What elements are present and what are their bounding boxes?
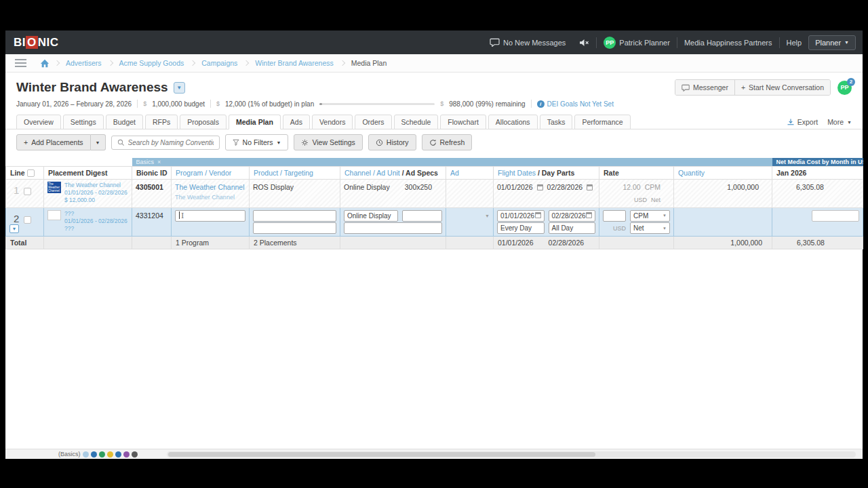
tab-flowchart[interactable]: Flowchart [440,115,486,129]
breadcrumb-campaign[interactable]: Winter Brand Awareness [251,59,337,67]
view-dot-7[interactable] [132,451,138,458]
rate-basis-dropdown[interactable]: Net▼ [630,222,670,234]
role-selector[interactable]: Planner ▼ [808,35,856,50]
program-vendor-cell[interactable]: I [172,207,250,236]
presence-avatar[interactable]: PP 2 [837,81,852,95]
tab-settings[interactable]: Settings [63,115,104,129]
tab-budget[interactable]: Budget [106,115,143,129]
view-dot-5[interactable] [115,451,121,458]
filters-button[interactable]: No Filters ▼ [225,134,289,150]
messenger-button[interactable]: Messenger [675,80,734,95]
add-placements-button[interactable]: + Add Placements [16,134,91,150]
calendar-icon[interactable] [535,212,541,218]
ad-specs-input[interactable] [344,222,442,234]
rate-cell[interactable]: CPM▼ USD Net▼ [599,207,674,236]
targeting-input[interactable] [253,222,336,234]
rate-value-input[interactable] [603,210,626,222]
tab-allocations[interactable]: Allocations [488,115,538,129]
breadcrumb-campaigns[interactable]: Campaigns [197,59,241,67]
help-link[interactable]: Help [780,39,809,47]
row-checkbox[interactable] [24,188,31,195]
breadcrumb-advertiser[interactable]: Acme Supply Goods [115,59,189,67]
calendar-icon[interactable] [586,212,592,218]
jan-2026-cell[interactable]: 6,305.08 [772,179,863,207]
tab-ads[interactable]: Ads [283,115,310,129]
view-dot-2[interactable] [91,451,97,458]
start-conversation-button[interactable]: + Start New Conversation [734,80,830,95]
view-dot-3[interactable] [99,451,105,458]
mute-toggle[interactable] [572,39,596,47]
history-button[interactable]: History [368,134,416,150]
scrollbar-thumb[interactable] [168,452,595,457]
tab-proposals[interactable]: Proposals [180,115,226,129]
view-dot-6[interactable] [123,451,130,458]
tab-performance[interactable]: Performance [574,115,630,129]
ad-cell[interactable] [446,179,494,207]
user-menu[interactable]: PP Patrick Planner [597,37,677,49]
channel-cell[interactable]: Online Display300x250 [340,179,446,207]
product-targeting-cell[interactable]: ROS Display [250,179,340,207]
chevron-down-icon[interactable]: ▼ [485,214,490,218]
basics-group-band[interactable]: Basics× [132,158,772,166]
col-line: Line [6,166,44,179]
day-part-day-input[interactable]: Every Day [497,222,545,234]
view-settings-button[interactable]: View Settings [294,134,362,150]
day-part-time-input[interactable]: All Day [549,222,596,234]
messages-indicator[interactable]: No New Messages [483,38,572,47]
program-vendor-cell[interactable]: The Weather Channel The Weather Channel [172,179,250,207]
more-menu[interactable]: More ▼ [827,118,852,126]
flight-start-input[interactable]: 01/01/2026 [497,210,545,222]
col-product-targeting[interactable]: Product / Targeting [250,166,340,179]
select-all-checkbox[interactable] [27,169,35,177]
quantity-cell[interactable]: 1,000,000 [674,179,772,207]
jan-2026-cell-active[interactable] [772,207,863,236]
home-icon[interactable] [40,59,50,68]
export-button[interactable]: Export [787,118,818,126]
horizontal-scrollbar[interactable] [167,451,856,458]
rate-cell[interactable]: 12.00CPM USDNet [599,179,674,207]
search-input[interactable] [128,139,214,146]
program-input[interactable]: I [175,210,245,222]
ad-cell[interactable]: ▼ [446,207,494,236]
row-actions-dropdown[interactable]: ▼ [9,224,19,233]
flight-dates-cell[interactable]: 01/01/2026 02/28/2026 [494,179,599,207]
rate-type-dropdown[interactable]: CPM▼ [630,210,670,222]
quantity-cell[interactable] [674,207,772,236]
flight-end-input[interactable]: 02/28/2026 [549,210,596,222]
channel-input[interactable]: Online Display [344,210,398,222]
tab-schedule[interactable]: Schedule [394,115,439,129]
dei-goals-link[interactable]: i DEI Goals Not Yet Set [537,100,614,108]
tab-rfps[interactable]: RFPs [145,115,178,129]
bionic-logo[interactable]: BIONIC [14,36,59,49]
col-flight-dates[interactable]: Flight Dates / Day Parts [494,166,599,179]
row-checkbox[interactable] [24,216,31,224]
close-icon[interactable]: × [157,159,161,165]
view-dot-1[interactable] [83,451,89,458]
title-dropdown-button[interactable]: ▼ [174,82,185,94]
placement-digest-cell[interactable]: ??? 01/01/2026 - 02/28/2026 ??? [44,207,132,236]
tab-orders[interactable]: Orders [355,115,391,129]
breadcrumb-advertisers[interactable]: Advertisers [62,59,106,67]
col-quantity[interactable]: Quantity [674,166,772,179]
col-program-vendor[interactable]: Program / Vendor [172,166,250,179]
refresh-button[interactable]: Refresh [422,134,473,150]
cost-group-band[interactable]: Net Media Cost by Month in USD× [772,158,863,166]
add-placements-dropdown[interactable]: ▼ [91,134,106,150]
col-channel-adunit-adspecs[interactable]: Channel / Ad Unit / Ad Specs [340,166,446,179]
view-dot-4[interactable] [107,451,113,458]
channel-cell[interactable]: Online Display [340,207,446,236]
flight-dates-cell[interactable]: 01/01/2026 02/28/2026 Every Day All Day [494,207,599,236]
sheet-tab-basics[interactable]: (Basics) [58,451,81,458]
product-input[interactable] [253,210,336,222]
org-menu[interactable]: Media Happiness Partners [677,39,779,47]
tab-media-plan[interactable]: Media Plan [229,115,281,129]
placement-digest-cell[interactable]: TheWeatherChannel The Weather Channel 01… [44,179,132,207]
tab-vendors[interactable]: Vendors [312,115,353,129]
ad-unit-dropdown[interactable] [402,210,442,222]
month-cost-input[interactable] [812,210,859,222]
hamburger-menu-icon[interactable] [15,59,26,67]
product-targeting-cell[interactable] [250,207,340,236]
tab-tasks[interactable]: Tasks [540,115,573,129]
col-ad[interactable]: Ad [446,166,494,179]
tab-overview[interactable]: Overview [16,115,61,129]
